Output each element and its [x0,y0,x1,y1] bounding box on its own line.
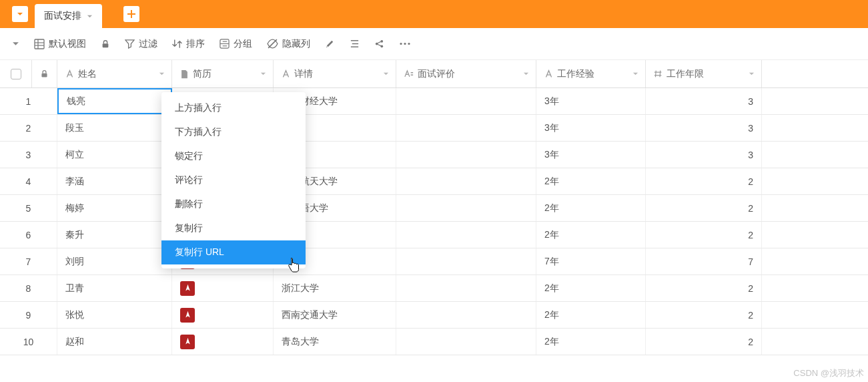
paint-button[interactable] [325,39,335,49]
cell-exp[interactable]: 2年 [536,275,646,301]
cell-detail[interactable]: 西南交通大学 [274,302,396,328]
cell-years[interactable]: 2 [646,168,762,194]
cell-name[interactable]: 梅婷 [57,195,172,221]
table-row[interactable]: 7刘明大学7年7 [0,248,868,275]
cell-resume[interactable] [172,275,274,301]
view-button[interactable]: 默认视图 [34,38,86,50]
row-index[interactable]: 8 [0,275,57,301]
cell-name[interactable]: 秦升 [57,222,172,248]
cell-name[interactable]: 李涵 [57,168,172,194]
cell-years[interactable]: 7 [646,248,762,274]
row-index[interactable]: 5 [0,195,57,221]
cell-resume[interactable] [172,302,274,328]
cell-eval[interactable] [396,248,536,274]
table-row[interactable]: 5梅婷外国语大学2年2 [0,195,868,222]
cell-exp[interactable]: 7年 [536,248,646,274]
hide-columns-button[interactable]: 隐藏列 [267,38,310,50]
caret-down-icon[interactable] [632,71,638,77]
table-row[interactable]: 10赵和青岛大学2年2 [0,329,868,355]
cell-years[interactable]: 2 [646,329,762,355]
cell-name[interactable]: 柯立 [57,142,172,168]
tab-interview-schedule[interactable]: 面试安排 [35,4,102,28]
caret-down-icon[interactable] [12,40,19,47]
header-resume[interactable]: 简历 [172,60,274,87]
table-row[interactable]: 3柯立大学3年3 [0,142,868,168]
row-index[interactable]: 1 [0,88,57,114]
cell-exp[interactable]: 3年 [536,115,646,141]
cell-years[interactable]: 2 [646,302,762,328]
caret-down-icon[interactable] [749,71,755,77]
cell-eval[interactable] [396,329,536,355]
table-row[interactable]: 8卫青浙江大学2年2 [0,275,868,302]
cell-eval[interactable] [396,275,536,301]
cell-exp[interactable]: 2年 [536,195,646,221]
caret-down-icon[interactable] [523,71,529,77]
cell-eval[interactable] [396,88,536,114]
cell-years[interactable]: 3 [646,88,762,114]
cell-name[interactable]: 刘明 [57,248,172,274]
tab-menu-button[interactable] [12,6,28,22]
context-menu-item[interactable]: 复制行 [161,216,306,240]
context-menu-item[interactable]: 删除行 [161,192,306,216]
caret-down-icon[interactable] [159,71,165,77]
more-button[interactable] [399,39,411,49]
header-lock[interactable] [32,60,57,87]
cell-detail[interactable]: 浙江大学 [274,275,396,301]
header-checkbox[interactable] [0,60,32,87]
sort-button[interactable]: 排序 [172,38,205,50]
header-detail[interactable]: 详情 [274,60,396,87]
row-index[interactable]: 3 [0,142,57,168]
header-name[interactable]: 姓名 [57,60,172,87]
cell-years[interactable]: 3 [646,115,762,141]
cell-exp[interactable]: 3年 [536,142,646,168]
cell-eval[interactable] [396,115,536,141]
caret-down-icon[interactable] [383,71,389,77]
table-row[interactable]: 4李涵航空航天大学2年2 [0,168,868,195]
context-menu-item[interactable]: 上方插入行 [161,96,306,120]
cell-eval[interactable] [396,195,536,221]
caret-down-icon[interactable] [260,71,266,77]
cell-years[interactable]: 2 [646,275,762,301]
cell-years[interactable]: 2 [646,195,762,221]
filter-button[interactable]: 过滤 [125,38,157,50]
row-index[interactable]: 2 [0,115,57,141]
cell-name[interactable]: 赵和 [57,329,172,355]
cell-eval[interactable] [396,222,536,248]
cell-exp[interactable]: 2年 [536,329,646,355]
context-menu-item[interactable]: 锁定行 [161,144,306,168]
header-exp[interactable]: 工作经验 [536,60,646,87]
group-button[interactable]: 分组 [220,38,252,50]
cell-name[interactable]: 钱亮 [57,88,172,114]
cell-name[interactable]: 张悦 [57,302,172,328]
add-tab-button[interactable] [123,6,139,22]
row-index[interactable]: 4 [0,168,57,194]
header-eval[interactable]: 面试评价 [396,60,536,87]
cell-years[interactable]: 2 [646,222,762,248]
row-index[interactable]: 10 [0,329,57,355]
table-row[interactable]: 1钱亮上海财经大学3年3 [0,88,868,115]
table-row[interactable]: 9张悦西南交通大学2年2 [0,302,868,329]
cell-resume[interactable] [172,329,274,355]
cell-exp[interactable]: 2年 [536,302,646,328]
cell-detail[interactable]: 青岛大学 [274,329,396,355]
row-index[interactable]: 7 [0,248,57,274]
cell-eval[interactable] [396,142,536,168]
cell-exp[interactable]: 2年 [536,222,646,248]
cell-name[interactable]: 卫青 [57,275,172,301]
row-index[interactable]: 6 [0,222,57,248]
row-height-button[interactable] [350,39,360,49]
lock-button[interactable] [101,39,110,49]
table-row[interactable]: 6秦升大学2年2 [0,222,868,248]
share-button[interactable] [374,39,384,49]
cell-name[interactable]: 段玉 [57,115,172,141]
cell-eval[interactable] [396,168,536,194]
cell-exp[interactable]: 3年 [536,88,646,114]
cell-eval[interactable] [396,302,536,328]
context-menu-item[interactable]: 评论行 [161,168,306,192]
context-menu-item[interactable]: 复制行 URL [161,240,306,264]
cell-exp[interactable]: 2年 [536,168,646,194]
header-years[interactable]: 工作年限 [646,60,762,87]
row-index[interactable]: 9 [0,302,57,328]
table-row[interactable]: 2段玉大学3年3 [0,115,868,142]
cell-years[interactable]: 3 [646,142,762,168]
